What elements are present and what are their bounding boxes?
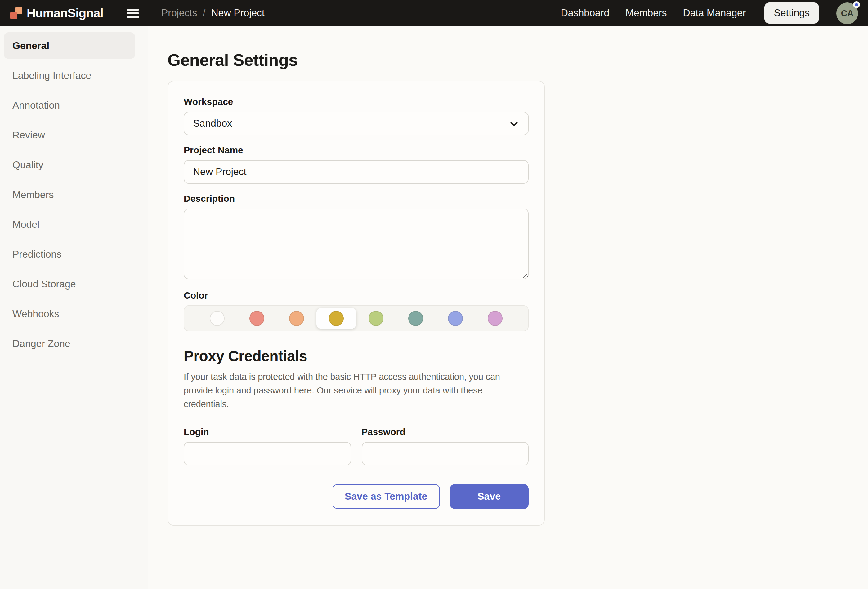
description-textarea[interactable] bbox=[184, 209, 528, 279]
breadcrumb-separator: / bbox=[203, 7, 206, 19]
sidebar-item-members[interactable]: Members bbox=[4, 181, 135, 208]
sidebar-item-danger-zone[interactable]: Danger Zone bbox=[4, 330, 135, 357]
nav-settings[interactable]: Settings bbox=[765, 3, 819, 24]
sidebar-item-review[interactable]: Review bbox=[4, 121, 135, 148]
humansignal-logo-icon bbox=[10, 7, 22, 19]
sidebar-item-predictions[interactable]: Predictions bbox=[4, 241, 135, 268]
proxy-credentials-description: If your task data is protected with the … bbox=[184, 370, 528, 411]
save-as-template-button[interactable]: Save as Template bbox=[332, 484, 440, 509]
login-field-group: Login bbox=[184, 426, 351, 466]
sidebar-item-cloud-storage[interactable]: Cloud Storage bbox=[4, 271, 135, 297]
password-input[interactable] bbox=[362, 442, 528, 466]
workspace-label: Workspace bbox=[184, 96, 528, 107]
credentials-grid: Login Password bbox=[184, 426, 528, 466]
login-input[interactable] bbox=[184, 442, 351, 466]
project-name-input[interactable] bbox=[184, 160, 528, 184]
orchid-color-dot bbox=[488, 311, 503, 326]
online-badge bbox=[853, 1, 860, 8]
color-swatch-salmon[interactable] bbox=[237, 308, 277, 329]
breadcrumb-current-project: New Project bbox=[211, 7, 265, 19]
avatar-initials: CA bbox=[841, 8, 853, 18]
top-header: HumanSignal Projects / New Project Dashb… bbox=[0, 0, 868, 26]
periwinkle-color-dot bbox=[448, 311, 463, 326]
teal-color-dot bbox=[408, 311, 423, 326]
description-label: Description bbox=[184, 193, 528, 204]
breadcrumb-projects-link[interactable]: Projects bbox=[161, 7, 197, 19]
color-label: Color bbox=[184, 290, 528, 300]
color-swatch-orange[interactable] bbox=[277, 308, 316, 329]
sidebar-item-quality[interactable]: Quality bbox=[4, 151, 135, 178]
color-swatch-gold[interactable] bbox=[316, 308, 356, 329]
sidebar-nav: GeneralLabeling InterfaceAnnotationRevie… bbox=[0, 32, 148, 357]
sidebar-item-annotation[interactable]: Annotation bbox=[4, 92, 135, 118]
nav-dashboard[interactable]: Dashboard bbox=[561, 7, 610, 19]
color-swatch-white[interactable] bbox=[197, 308, 237, 329]
sidebar-item-webhooks[interactable]: Webhooks bbox=[4, 300, 135, 327]
form-actions: Save as Template Save bbox=[184, 484, 528, 509]
header-brand-section: HumanSignal bbox=[0, 0, 148, 26]
sidebar-item-model[interactable]: Model bbox=[4, 211, 135, 238]
sidebar-item-general[interactable]: General bbox=[4, 32, 135, 59]
general-settings-card: Workspace Sandbox Project Name Descripti… bbox=[168, 81, 545, 526]
header-nav: DashboardMembersData ManagerSettings CA bbox=[561, 2, 868, 24]
proxy-credentials-title: Proxy Credentials bbox=[184, 348, 528, 365]
green-color-dot bbox=[369, 311, 384, 326]
sidebar-item-labeling-interface[interactable]: Labeling Interface bbox=[4, 62, 135, 89]
project-name-label: Project Name bbox=[184, 145, 528, 155]
color-swatch-teal[interactable] bbox=[396, 308, 435, 329]
color-swatch-row bbox=[184, 305, 528, 331]
password-field-group: Password bbox=[362, 426, 528, 466]
nav-data-manager[interactable]: Data Manager bbox=[683, 7, 746, 19]
nav-members[interactable]: Members bbox=[625, 7, 667, 19]
user-avatar[interactable]: CA bbox=[836, 2, 858, 24]
workspace-selected-value: Sandbox bbox=[193, 118, 232, 129]
brand-name: HumanSignal bbox=[27, 6, 103, 20]
salmon-color-dot bbox=[249, 311, 264, 326]
brand-logo[interactable]: HumanSignal bbox=[10, 6, 103, 20]
password-label: Password bbox=[362, 426, 528, 437]
main-content: General Settings Workspace Sandbox Proje… bbox=[148, 26, 868, 589]
white-color-dot bbox=[210, 311, 224, 326]
save-button[interactable]: Save bbox=[450, 484, 528, 509]
hamburger-menu-icon[interactable] bbox=[127, 8, 139, 18]
orange-color-dot bbox=[289, 311, 304, 326]
login-label: Login bbox=[184, 426, 351, 437]
app-root: HumanSignal Projects / New Project Dashb… bbox=[0, 0, 868, 589]
color-swatch-periwinkle[interactable] bbox=[435, 308, 475, 329]
breadcrumb: Projects / New Project bbox=[148, 7, 264, 19]
color-swatch-green[interactable] bbox=[356, 308, 396, 329]
settings-sidebar: GeneralLabeling InterfaceAnnotationRevie… bbox=[0, 26, 148, 589]
page-title: General Settings bbox=[168, 51, 868, 70]
color-swatch-orchid[interactable] bbox=[475, 308, 515, 329]
chevron-down-icon bbox=[509, 118, 519, 129]
gold-color-dot bbox=[329, 311, 344, 326]
workspace-select[interactable]: Sandbox bbox=[184, 112, 528, 135]
